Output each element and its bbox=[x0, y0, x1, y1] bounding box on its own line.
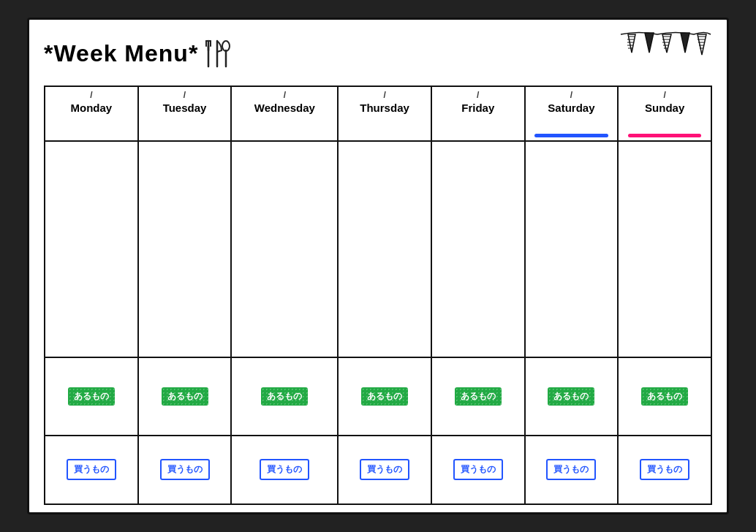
header-tuesday: / Tuesday bbox=[138, 86, 232, 141]
thursday-date: / bbox=[340, 90, 429, 100]
page: *Week Menu* bbox=[27, 18, 729, 514]
svg-marker-9 bbox=[628, 34, 635, 53]
svg-marker-16 bbox=[662, 34, 671, 53]
buy-items-row: 買うもの 買うもの 買うもの 買うもの 買うもの 買うもの 買う bbox=[45, 436, 711, 504]
header-sunday: / Sunday bbox=[618, 86, 711, 141]
buy-badge-tuesday: 買うもの bbox=[160, 459, 210, 480]
have-badge-tuesday: あるもの bbox=[162, 387, 208, 406]
tuesday-name: Tuesday bbox=[140, 102, 230, 114]
have-cell-saturday: あるもの bbox=[525, 357, 619, 436]
buy-badge-wednesday: 買うもの bbox=[260, 459, 309, 480]
buy-cell-thursday: 買うもの bbox=[338, 436, 431, 504]
header: *Week Menu* bbox=[44, 27, 712, 80]
wednesday-name: Wednesday bbox=[233, 102, 336, 114]
utensils-icon bbox=[203, 37, 235, 70]
sunday-highlight bbox=[628, 134, 702, 137]
have-cell-monday: あるもの bbox=[45, 357, 138, 436]
have-cell-tuesday: あるもの bbox=[138, 357, 232, 436]
have-cell-sunday: あるもの bbox=[618, 357, 711, 436]
header-thursday: / Thursday bbox=[338, 86, 431, 141]
buy-cell-tuesday: 買うもの bbox=[138, 436, 232, 504]
buy-badge-sunday: 買うもの bbox=[640, 459, 689, 480]
main-cell-saturday bbox=[525, 141, 619, 357]
bunting-decoration bbox=[617, 27, 712, 80]
header-saturday: / Saturday bbox=[525, 86, 619, 141]
main-cell-wednesday bbox=[231, 141, 338, 357]
buy-cell-monday: 買うもの bbox=[45, 436, 138, 504]
have-cell-friday: あるもの bbox=[431, 357, 525, 436]
have-badge-wednesday: あるもの bbox=[261, 387, 308, 406]
buy-badge-thursday: 買うもの bbox=[360, 459, 409, 480]
buy-badge-friday: 買うもの bbox=[453, 459, 503, 480]
have-badge-monday: あるもの bbox=[68, 387, 115, 406]
main-cell-monday bbox=[45, 141, 138, 357]
title-text: *Week Menu* bbox=[44, 40, 198, 67]
monday-name: Monday bbox=[47, 102, 136, 114]
header-friday: / Friday bbox=[431, 86, 525, 141]
svg-marker-23 bbox=[698, 34, 706, 55]
have-badge-thursday: あるもの bbox=[361, 387, 408, 406]
sunday-name: Sunday bbox=[620, 102, 709, 114]
saturday-highlight bbox=[534, 134, 608, 137]
svg-marker-22 bbox=[681, 33, 689, 53]
have-cell-thursday: あるもの bbox=[338, 357, 431, 436]
buy-cell-friday: 買うもの bbox=[431, 436, 525, 504]
have-badge-saturday: あるもの bbox=[548, 387, 594, 406]
buy-cell-saturday: 買うもの bbox=[525, 436, 619, 504]
svg-marker-15 bbox=[645, 33, 654, 53]
buy-badge-monday: 買うもの bbox=[67, 459, 116, 480]
have-badge-friday: あるもの bbox=[455, 387, 502, 406]
saturday-date: / bbox=[527, 90, 616, 100]
main-cell-thursday bbox=[338, 141, 431, 357]
header-wednesday: / Wednesday bbox=[231, 86, 338, 141]
have-items-row: あるもの あるもの あるもの あるもの あるもの あるもの ある bbox=[45, 357, 711, 436]
header-row: / Monday / Tuesday / Wednesday / Thursda… bbox=[45, 86, 711, 141]
sunday-date: / bbox=[620, 90, 709, 100]
friday-name: Friday bbox=[434, 102, 523, 114]
wednesday-date: / bbox=[233, 90, 336, 100]
thursday-name: Thursday bbox=[340, 102, 429, 114]
header-monday: / Monday bbox=[45, 86, 138, 141]
main-cell-sunday bbox=[618, 141, 711, 357]
monday-date: / bbox=[47, 90, 136, 100]
tuesday-date: / bbox=[140, 90, 230, 100]
have-cell-wednesday: あるもの bbox=[231, 357, 338, 436]
main-content-row bbox=[45, 141, 711, 357]
page-title: *Week Menu* bbox=[44, 37, 235, 70]
friday-date: / bbox=[434, 90, 523, 100]
saturday-name: Saturday bbox=[527, 102, 616, 114]
calendar-table: / Monday / Tuesday / Wednesday / Thursda… bbox=[44, 86, 712, 505]
have-badge-sunday: あるもの bbox=[641, 387, 688, 406]
main-cell-tuesday bbox=[138, 141, 232, 357]
main-cell-friday bbox=[431, 141, 525, 357]
buy-badge-saturday: 買うもの bbox=[546, 459, 596, 480]
buy-cell-sunday: 買うもの bbox=[618, 436, 711, 504]
buy-cell-wednesday: 買うもの bbox=[231, 436, 338, 504]
